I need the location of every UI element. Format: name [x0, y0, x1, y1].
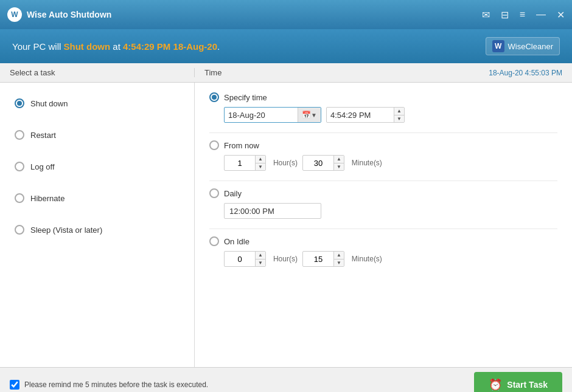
idle-hours-up-button[interactable]: ▲ [256, 252, 265, 260]
idle-minutes-input[interactable] [303, 255, 333, 264]
reminder-section: Please remind me 5 minutes before the ta… [10, 380, 208, 390]
task-label-logoff: Log off [30, 162, 55, 171]
daily-time-input[interactable] [225, 207, 321, 216]
task-label-sleep: Sleep (Vista or later) [30, 225, 102, 235]
mail-icon[interactable]: ✉ [482, 9, 490, 21]
minutes-spinners: ▲ ▼ [333, 156, 344, 170]
radio-logoff[interactable] [15, 162, 24, 171]
time-up-button[interactable]: ▲ [394, 108, 404, 115]
on-idle-label: On Idle [224, 237, 249, 246]
task-item-hibernate[interactable]: Hibernate [0, 182, 194, 214]
alarm-icon: ⏰ [489, 378, 502, 391]
task-item-sleep[interactable]: Sleep (Vista or later) [0, 214, 194, 246]
time-input[interactable] [327, 111, 394, 120]
from-now-label: From now [224, 141, 259, 150]
date-picker[interactable]: 📅 ▼ [224, 107, 321, 123]
schedule-options: Specify time 📅 ▼ ▲ ▼ [195, 83, 572, 367]
minutes-input[interactable] [303, 159, 333, 168]
main-content: Shut down Restart Log off Hibernate Slee… [0, 83, 572, 367]
reminder-checkbox[interactable] [10, 380, 19, 390]
wisecleaner-icon: W [492, 40, 504, 52]
date-input[interactable] [225, 111, 298, 120]
idle-minutes-up-button[interactable]: ▲ [334, 252, 344, 260]
hours-up-button[interactable]: ▲ [256, 156, 265, 163]
on-idle-group: On Idle ▲ ▼ Hour(s) ▲ ▼ [209, 236, 557, 267]
separator-3 [209, 229, 557, 229]
radio-daily[interactable] [209, 188, 219, 198]
task-label-hibernate: Hibernate [30, 194, 65, 203]
start-task-button[interactable]: ⏰ Start Task [474, 372, 562, 393]
chat-icon[interactable]: ⊟ [501, 9, 509, 21]
specify-time-row: Specify time [209, 92, 557, 102]
radio-on-idle[interactable] [209, 236, 219, 246]
task-item-logoff[interactable]: Log off [0, 151, 194, 182]
minutes-down-button[interactable]: ▼ [334, 163, 344, 171]
status-message: Your PC will Shut down at 4:54:29 PM 18-… [12, 41, 220, 52]
radio-shutdown[interactable] [15, 98, 24, 108]
daily-label: Daily [224, 189, 242, 198]
radio-hibernate[interactable] [15, 193, 24, 203]
titlebar: W Wise Auto Shutdown ✉ ⊟ ≡ — ✕ [0, 0, 572, 29]
minutes-spinner[interactable]: ▲ ▼ [302, 155, 344, 171]
column-headers: Select a task Time 18-Aug-20 4:55:03 PM [0, 63, 572, 83]
time-spinners: ▲ ▼ [394, 108, 404, 122]
minutes-unit-label: Minute(s) [352, 159, 382, 167]
calendar-icon: 📅 [302, 111, 311, 119]
minutes-up-button[interactable]: ▲ [334, 156, 344, 163]
start-task-label: Start Task [507, 380, 548, 390]
idle-minutes-spinner[interactable]: ▲ ▼ [302, 251, 344, 267]
on-idle-row: On Idle [209, 236, 557, 246]
from-now-controls: ▲ ▼ Hour(s) ▲ ▼ Minute(s) [224, 155, 557, 171]
hours-unit-label: Hour(s) [273, 159, 298, 167]
status-suffix: . [217, 41, 220, 52]
status-middle: at [110, 41, 123, 52]
col-right-header: Time 18-Aug-20 4:55:03 PM [195, 68, 572, 77]
idle-minutes-down-button[interactable]: ▼ [334, 260, 344, 267]
footer: Please remind me 5 minutes before the ta… [0, 367, 572, 392]
app-title: Wise Auto Shutdown [27, 10, 482, 19]
header: Your PC will Shut down at 4:54:29 PM 18-… [0, 29, 572, 63]
task-item-restart[interactable]: Restart [0, 119, 194, 151]
idle-hours-input[interactable] [225, 255, 255, 264]
app-icon: W [7, 7, 22, 22]
radio-restart[interactable] [15, 130, 24, 140]
time-picker[interactable]: ▲ ▼ [326, 107, 405, 123]
daily-group: Daily ▲ ▼ [209, 188, 557, 219]
radio-specify-time[interactable] [209, 92, 219, 102]
idle-hours-spinner[interactable]: ▲ ▼ [224, 251, 266, 267]
minimize-button[interactable]: — [536, 9, 546, 20]
specify-time-group: Specify time 📅 ▼ ▲ ▼ [209, 92, 557, 123]
task-label-shutdown: Shut down [30, 99, 68, 108]
hours-spinners: ▲ ▼ [255, 156, 265, 170]
separator-1 [209, 132, 557, 133]
specify-time-label: Specify time [224, 93, 267, 102]
reminder-text: Please remind me 5 minutes before the ta… [24, 380, 208, 389]
from-now-group: From now ▲ ▼ Hour(s) ▲ ▼ [209, 140, 557, 171]
current-time: 18-Aug-20 4:55:03 PM [489, 69, 562, 77]
idle-minutes-unit: Minute(s) [352, 255, 382, 263]
menu-icon[interactable]: ≡ [520, 9, 525, 20]
close-button[interactable]: ✕ [557, 9, 565, 21]
status-prefix: Your PC will [12, 41, 63, 52]
radio-from-now[interactable] [209, 140, 219, 150]
daily-time-picker[interactable]: ▲ ▼ [224, 203, 321, 219]
idle-hours-down-button[interactable]: ▼ [256, 260, 265, 267]
daily-controls: ▲ ▼ [224, 203, 557, 219]
wisecleaner-button[interactable]: W WiseCleaner [486, 37, 560, 55]
from-now-row: From now [209, 140, 557, 150]
col-left-header: Select a task [0, 68, 195, 77]
wisecleaner-label: WiseCleaner [508, 42, 553, 51]
dropdown-arrow-icon: ▼ [311, 112, 317, 119]
radio-sleep[interactable] [15, 225, 24, 235]
task-label-restart: Restart [30, 131, 56, 140]
hours-input[interactable] [225, 159, 255, 168]
task-item-shutdown[interactable]: Shut down [0, 88, 194, 119]
time-down-button[interactable]: ▼ [394, 115, 404, 123]
specify-time-controls: 📅 ▼ ▲ ▼ [224, 107, 557, 123]
hours-down-button[interactable]: ▼ [256, 163, 265, 171]
task-list: Shut down Restart Log off Hibernate Slee… [0, 83, 195, 367]
window-controls: ✉ ⊟ ≡ — ✕ [482, 9, 565, 21]
hours-spinner[interactable]: ▲ ▼ [224, 155, 266, 171]
idle-minutes-spinners: ▲ ▼ [333, 252, 344, 266]
calendar-button[interactable]: 📅 ▼ [298, 108, 321, 122]
